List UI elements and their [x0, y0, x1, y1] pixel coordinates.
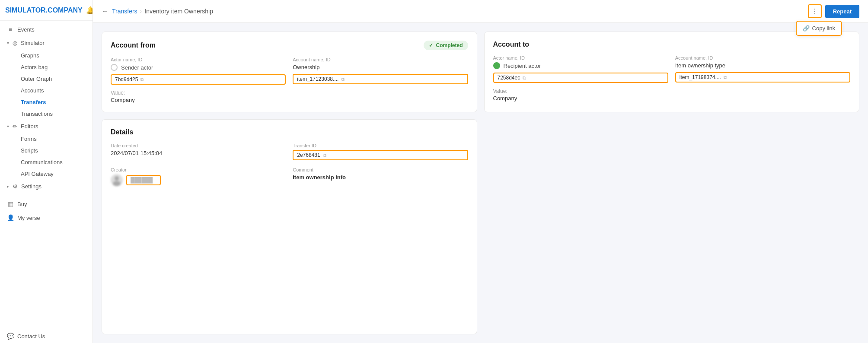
- sidebar-item-buy[interactable]: ▦ Buy: [0, 197, 93, 211]
- logo-text: SIMULATOR.COMPANY: [5, 6, 83, 14]
- recipient-actor-row: Recipient actor: [493, 62, 668, 69]
- link-icon: 🔗: [803, 25, 810, 32]
- account-from-title: Account from: [111, 41, 156, 49]
- creator-id-box[interactable]: ██████: [126, 175, 161, 185]
- person-icon: 👤: [7, 214, 14, 221]
- bell-icon[interactable]: 🔔: [86, 6, 93, 14]
- account-to-fields: Actor name, ID Recipient actor 7258d4ec …: [493, 55, 851, 83]
- sidebar-item-simulator[interactable]: ▾ ◎ Simulator: [0, 36, 93, 50]
- comment-label: Comment: [293, 167, 468, 172]
- simulator-icon: ◎: [13, 40, 17, 46]
- details-fields: Date created 2024/07/01 15:45:04 Transfe…: [111, 143, 468, 186]
- account-id-box[interactable]: item_17123038.... ⧉: [293, 74, 468, 84]
- actor-field: Actor name, ID Sender actor 7bd9dd25 ⧉: [111, 57, 286, 85]
- date-created-value: 2024/07/01 15:45:04: [111, 150, 286, 156]
- sidebar-nav: ≡ Events ▾ ◎ Simulator Graphs Actors bag…: [0, 21, 93, 226]
- sidebar-item-contact-us[interactable]: 💬 Contact Us: [0, 329, 93, 343]
- contact-icon: 💬: [7, 333, 14, 340]
- back-button[interactable]: ←: [102, 7, 108, 15]
- sidebar-item-editors[interactable]: ▾ ✏ Editors: [0, 120, 93, 133]
- settings-icon: ⚙: [13, 183, 18, 190]
- topbar-actions: 🔗 Copy link ⋮ Repeat: [808, 4, 859, 18]
- account-field: Account name, ID Ownership item_17123038…: [293, 57, 468, 85]
- sidebar-item-communications[interactable]: Communications: [14, 156, 93, 168]
- copy-link-dropdown[interactable]: 🔗 Copy link: [796, 21, 842, 36]
- account-to-value-label: Value:: [493, 88, 851, 94]
- actor-radio: [111, 64, 118, 71]
- details-header: Details: [111, 128, 468, 136]
- repeat-button[interactable]: Repeat: [825, 5, 859, 18]
- copy-recipient-actor-id-icon[interactable]: ⧉: [523, 75, 526, 81]
- sidebar-item-graphs[interactable]: Graphs: [14, 50, 93, 61]
- status-badge: ✓ Completed: [424, 41, 468, 50]
- caret-icon-editors: ▾: [7, 124, 9, 129]
- check-icon: ✓: [429, 42, 433, 48]
- sidebar-item-actors-bag[interactable]: Actors bag: [14, 61, 93, 73]
- value-section: Value: Company: [111, 90, 468, 103]
- divider: [0, 195, 93, 195]
- actor-label: Actor name, ID: [111, 57, 286, 62]
- cards-row: Account from ✓ Completed Actor name, ID …: [102, 32, 859, 112]
- transfer-id-field: Transfer ID 2e768481 ⧉: [293, 143, 468, 160]
- date-created-field: Date created 2024/07/01 15:45:04: [111, 143, 286, 160]
- caret-icon-settings: ▸: [7, 184, 9, 189]
- sidebar-item-forms[interactable]: Forms: [14, 133, 93, 145]
- creator-id: ██████: [131, 177, 153, 183]
- actor-type: Sender actor: [121, 64, 153, 71]
- copy-account-to-id-icon[interactable]: ⧉: [724, 75, 727, 80]
- sidebar-item-settings[interactable]: ▸ ⚙ Settings: [0, 180, 93, 193]
- account-to-value-text: Company: [493, 95, 851, 102]
- account-to-title: Account to: [493, 41, 530, 48]
- app-logo: SIMULATOR.COMPANY 🔔: [0, 0, 93, 21]
- sidebar-item-api-gateway[interactable]: API Gateway: [14, 168, 93, 180]
- recipient-actor-type: Recipient actor: [504, 63, 541, 69]
- sidebar-item-scripts[interactable]: Scripts: [14, 145, 93, 156]
- recipient-actor-id-box[interactable]: 7258d4ec ⧉: [493, 73, 668, 83]
- account-to-account-label: Account name, ID: [675, 55, 850, 60]
- value-label: Value:: [111, 90, 468, 96]
- breadcrumb-separator: ›: [140, 8, 142, 15]
- content-area: Account from ✓ Completed Actor name, ID …: [93, 23, 868, 343]
- breadcrumb: Transfers › Inventory item Ownership: [112, 8, 213, 15]
- topbar: ← Transfers › Inventory item Ownership 🔗…: [93, 0, 868, 23]
- buy-icon: ▦: [7, 200, 14, 207]
- creator-field: Creator ██████: [111, 167, 286, 186]
- account-to-header: Account to: [493, 41, 851, 48]
- actor-row: Sender actor: [111, 64, 286, 71]
- transfer-id-box[interactable]: 2e768481 ⧉: [293, 150, 468, 160]
- actor-id-box[interactable]: 7bd9dd25 ⧉: [111, 74, 286, 85]
- details-title: Details: [111, 128, 133, 136]
- sidebar-item-accounts[interactable]: Accounts: [14, 85, 93, 96]
- account-to-id-box[interactable]: item_17198374.... ⧉: [675, 72, 850, 83]
- breadcrumb-parent[interactable]: Transfers: [112, 8, 137, 15]
- date-created-label: Date created: [111, 143, 286, 148]
- sidebar-item-events[interactable]: ≡ Events: [0, 22, 93, 36]
- status-label: Completed: [436, 42, 463, 48]
- copy-account-id-icon[interactable]: ⧉: [341, 76, 345, 82]
- account-to-value-section: Value: Company: [493, 88, 851, 102]
- breadcrumb-current: Inventory item Ownership: [144, 8, 213, 15]
- copy-actor-id-icon[interactable]: ⧉: [140, 77, 144, 83]
- svg-point-0: [115, 176, 119, 181]
- sidebar: SIMULATOR.COMPANY 🔔 ≡ Events ▾ ◎ Simulat…: [0, 0, 93, 343]
- sidebar-item-transactions[interactable]: Transactions: [14, 108, 93, 120]
- svg-point-1: [113, 181, 121, 186]
- three-dots-button[interactable]: ⋮: [808, 4, 822, 18]
- account-from-fields: Actor name, ID Sender actor 7bd9dd25 ⧉ A…: [111, 57, 468, 85]
- recipient-actor-id: 7258d4ec: [498, 75, 520, 81]
- transfer-id: 2e768481: [297, 152, 320, 158]
- copy-transfer-id-icon[interactable]: ⧉: [323, 152, 326, 158]
- sidebar-bottom: 💬 Contact Us: [0, 329, 93, 343]
- creator-row: ██████: [111, 174, 286, 186]
- sidebar-item-my-verse[interactable]: 👤 My verse: [0, 211, 93, 225]
- events-icon: ≡: [7, 26, 14, 33]
- recipient-actor-label: Actor name, ID: [493, 55, 668, 60]
- editors-icon: ✏: [13, 123, 17, 130]
- sidebar-item-transfers[interactable]: Transfers: [14, 96, 93, 108]
- copy-link-label: Copy link: [812, 25, 835, 32]
- account-name: Ownership: [293, 64, 468, 70]
- value-text: Company: [111, 97, 468, 103]
- sidebar-item-outer-graph[interactable]: Outer Graph: [14, 73, 93, 85]
- simulator-submenu: Graphs Actors bag Outer Graph Accounts T…: [0, 50, 93, 120]
- account-to-account-name: Item ownership type: [675, 62, 850, 69]
